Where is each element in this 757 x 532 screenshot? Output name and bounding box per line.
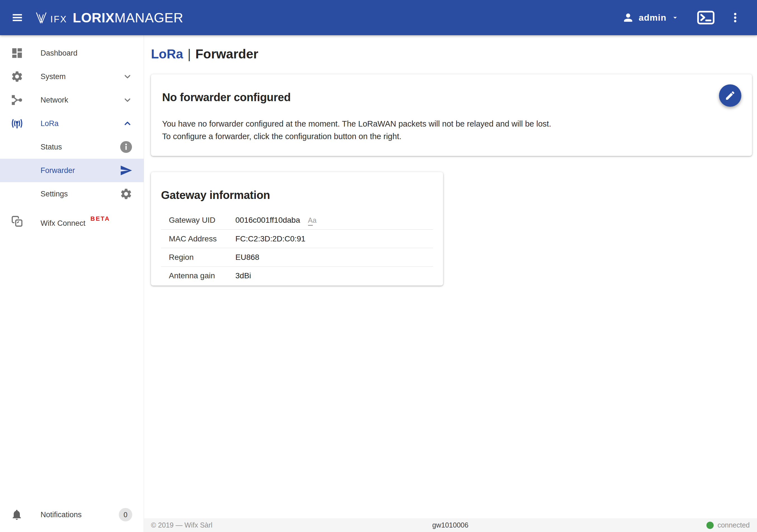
title-separator: | — [188, 46, 191, 61]
row-value: EU868 — [235, 253, 259, 262]
network-icon — [11, 94, 23, 106]
gateway-info-table: Gateway UID 0016c001ff10daba Aa MAC Addr… — [161, 211, 433, 285]
status-indicator: connected — [593, 521, 750, 529]
sidebar-item-label: Forwarder — [41, 166, 120, 175]
sidebar-item-wifx-connect[interactable]: Wifx ConnectBETA — [0, 210, 144, 233]
user-name: admin — [639, 13, 666, 23]
send-icon — [120, 164, 133, 177]
gear-icon — [120, 188, 133, 200]
menu-button[interactable] — [11, 12, 23, 24]
row-value: FC:C2:3D:2D:C0:91 — [235, 234, 306, 243]
hamburger-icon — [11, 12, 23, 24]
brand-ifx-text: IFX — [50, 14, 67, 25]
card-gateway-info: Gateway information Gateway UID 0016c001… — [151, 172, 443, 285]
sidebar-item-label: System — [41, 73, 122, 81]
sidebar-item-label: Status — [41, 143, 120, 151]
brand-lorix-text: LORIX — [73, 10, 114, 25]
overflow-menu-button[interactable] — [729, 12, 742, 24]
sidebar-item-label: Dashboard — [41, 49, 144, 58]
sidebar-item-settings[interactable]: Settings — [0, 182, 144, 206]
row-value: 3dBi — [235, 271, 251, 280]
bell-icon — [11, 509, 23, 521]
table-row-region: Region EU868 — [161, 248, 433, 266]
more-vert-icon — [729, 12, 742, 24]
sidebar-item-forwarder[interactable]: Forwarder — [0, 159, 144, 182]
status-label: connected — [717, 521, 750, 529]
sidebar-item-system[interactable]: System — [0, 65, 144, 88]
sidebar-item-label: Wifx ConnectBETA — [41, 215, 144, 228]
status-dot — [707, 522, 714, 529]
sidebar-item-lora[interactable]: LoRa — [0, 112, 144, 135]
terminal-button[interactable] — [697, 11, 714, 25]
person-icon — [622, 12, 634, 24]
footer: © 2019 — Wifx Sàrl gw1010006 connected — [144, 518, 757, 532]
info-icon — [120, 140, 133, 153]
connect-icon — [11, 215, 23, 228]
dashboard-icon — [11, 47, 23, 60]
table-row-gateway-uid: Gateway UID 0016c001ff10daba Aa — [161, 211, 433, 229]
sidebar-item-label: Network — [41, 96, 122, 104]
row-label: MAC Address — [169, 234, 235, 243]
sidebar: Dashboard System — [0, 35, 144, 532]
sidebar-item-dashboard[interactable]: Dashboard — [0, 41, 144, 65]
card-text-line-1: You have no forwarder configured at the … — [162, 118, 741, 130]
terminal-icon — [697, 11, 714, 25]
row-label: Antenna gain — [169, 271, 235, 280]
card-text-line-2: To configure a forwarder, click the conf… — [162, 130, 741, 143]
notifications-count-badge: 0 — [119, 508, 132, 521]
page-section-link[interactable]: LoRa — [151, 46, 183, 61]
card-no-forwarder: No forwarder configured You have no forw… — [151, 74, 752, 156]
sidebar-item-status[interactable]: Status — [0, 135, 144, 159]
row-label: Region — [169, 253, 235, 262]
notifications-row[interactable]: Notifications 0 — [0, 503, 143, 526]
case-toggle-icon[interactable]: Aa — [308, 216, 317, 224]
sidebar-item-label: Settings — [41, 190, 120, 198]
lora-antenna-icon — [11, 117, 23, 130]
wifx-connect-text: Wifx Connect — [41, 219, 85, 227]
row-value: 0016c001ff10daba — [235, 216, 300, 225]
edit-forwarder-fab[interactable] — [719, 84, 742, 107]
notifications-label: Notifications — [41, 511, 119, 519]
user-menu[interactable]: admin — [622, 12, 679, 24]
page-title: LoRa | Forwarder — [151, 46, 757, 61]
sidebar-item-network[interactable]: Network — [0, 88, 144, 112]
chevron-down-icon — [122, 95, 133, 105]
pencil-icon — [725, 90, 736, 101]
page-title-text: Forwarder — [196, 46, 258, 61]
beta-badge: BETA — [91, 215, 110, 222]
wifx-w-icon — [35, 12, 49, 23]
card-title: Gateway information — [161, 189, 433, 201]
app-header: IFX LORIXMANAGER admin — [0, 0, 757, 35]
chevron-down-icon — [122, 72, 133, 82]
brand-product-name: LORIXMANAGER — [73, 10, 183, 25]
table-row-antenna-gain: Antenna gain 3dBi — [161, 266, 433, 285]
row-label: Gateway UID — [169, 216, 235, 225]
copyright-text: © 2019 — Wifx Sàrl — [151, 521, 308, 529]
main-content: LoRa | Forwarder No forwarder configured… — [144, 35, 757, 532]
chevron-up-icon — [122, 118, 133, 129]
sidebar-item-label: LoRa — [41, 119, 122, 128]
brand-logo: IFX LORIXMANAGER — [35, 10, 183, 25]
caret-down-icon — [671, 14, 679, 22]
brand-manager-text: MANAGER — [115, 10, 183, 25]
gateway-id-text: gw1010006 — [308, 521, 593, 529]
app-window: IFX LORIXMANAGER admin — [0, 0, 757, 532]
gear-icon — [11, 70, 23, 83]
table-row-mac-address: MAC Address FC:C2:3D:2D:C0:91 — [161, 229, 433, 248]
card-title: No forwarder configured — [162, 91, 741, 103]
